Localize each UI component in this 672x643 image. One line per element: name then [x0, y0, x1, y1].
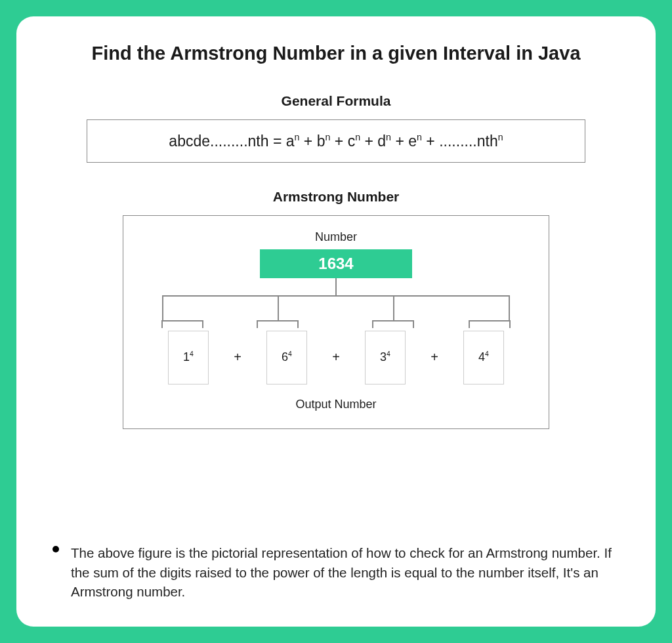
diagram-heading: Armstrong Number: [52, 189, 620, 205]
term-1: 14: [168, 331, 209, 384]
formula-term-d: dn: [377, 133, 391, 150]
diagram-box: Number 1634 14 + 64 + 34 + 44 Output Num…: [123, 215, 549, 429]
footer-body: The above figure is the pictorial repres…: [52, 543, 620, 602]
formula-term-a: an: [286, 133, 300, 150]
connector-lines: [162, 278, 510, 324]
number-label: Number: [143, 230, 529, 244]
term-4: 44: [463, 331, 504, 384]
footer-paragraph: The above figure is the pictorial repres…: [52, 539, 620, 602]
formula-tail: .........nthn: [439, 133, 503, 150]
output-label: Output Number: [143, 398, 529, 411]
formula-eq: =: [269, 133, 286, 150]
formula-lhs: abcde.........nth: [169, 133, 268, 150]
plus-1: +: [209, 350, 266, 365]
number-chip: 1634: [260, 249, 412, 278]
terms-row: 14 + 64 + 34 + 44: [143, 331, 529, 384]
content-card: Find the Armstrong Number in a given Int…: [16, 16, 656, 627]
bullet-icon: [52, 546, 59, 552]
formula-heading: General Formula: [52, 93, 620, 109]
plus-3: +: [406, 350, 463, 365]
formula-term-b: bn: [317, 133, 331, 150]
term-3: 34: [365, 331, 406, 384]
page-title: Find the Armstrong Number in a given Int…: [52, 43, 620, 64]
formula-box: abcde.........nth = an + bn + cn + dn + …: [87, 119, 585, 163]
formula-term-e: en: [408, 133, 422, 150]
plus-2: +: [307, 350, 365, 365]
term-2: 64: [266, 331, 307, 384]
formula-term-c: cn: [348, 133, 360, 150]
